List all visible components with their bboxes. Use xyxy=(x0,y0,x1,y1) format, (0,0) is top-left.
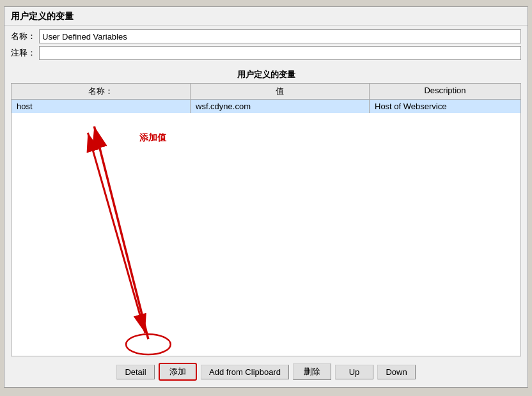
table-body: host wsf.cdyne.com Host of Webservice 添加… xyxy=(12,100,520,356)
col-header-value: 值 xyxy=(191,84,370,99)
name-row: 名称： xyxy=(11,29,521,43)
dialog-title: 用户定义的变量 xyxy=(11,11,521,22)
variables-table: 名称： 值 Description host wsf.cdyne.com Hos… xyxy=(11,83,521,356)
main-dialog: 用户定义的变量 名称： 注释： 用户定义的变量 名称： 值 Descriptio… xyxy=(4,6,528,388)
comment-row: 注释： xyxy=(11,46,521,60)
button-bar: Detail 添加 Add from Clipboard 删除 Up Down xyxy=(4,356,528,387)
svg-point-4 xyxy=(126,334,171,354)
delete-button[interactable]: 删除 xyxy=(293,363,331,380)
cell-value: wsf.cdyne.com xyxy=(191,100,370,113)
title-bar: 用户定义的变量 xyxy=(4,7,528,26)
col-header-description: Description xyxy=(370,84,520,99)
down-button[interactable]: Down xyxy=(377,365,416,379)
cell-description: Host of Webservice xyxy=(370,100,520,113)
add-from-clipboard-button[interactable]: Add from Clipboard xyxy=(201,365,289,379)
svg-line-3 xyxy=(94,126,148,339)
up-button[interactable]: Up xyxy=(335,365,373,379)
section-title: 用户定义的变量 xyxy=(4,66,528,83)
table-header: 名称： 值 Description xyxy=(12,84,520,100)
comment-label: 注释： xyxy=(11,47,36,59)
table-row[interactable]: host wsf.cdyne.com Host of Webservice xyxy=(12,100,520,113)
col-header-name: 名称： xyxy=(12,84,191,99)
annotation-area: 添加值 xyxy=(12,113,520,356)
name-input[interactable] xyxy=(39,29,521,43)
arrow-svg xyxy=(12,113,520,356)
add-button[interactable]: 添加 xyxy=(159,363,197,381)
name-label: 名称： xyxy=(11,31,36,42)
form-section: 名称： 注释： xyxy=(4,26,528,66)
svg-line-1 xyxy=(88,133,145,333)
cell-name: host xyxy=(12,100,191,113)
comment-input[interactable] xyxy=(39,46,521,60)
annotation-text: 添加值 xyxy=(139,132,166,144)
detail-button[interactable]: Detail xyxy=(116,365,155,379)
